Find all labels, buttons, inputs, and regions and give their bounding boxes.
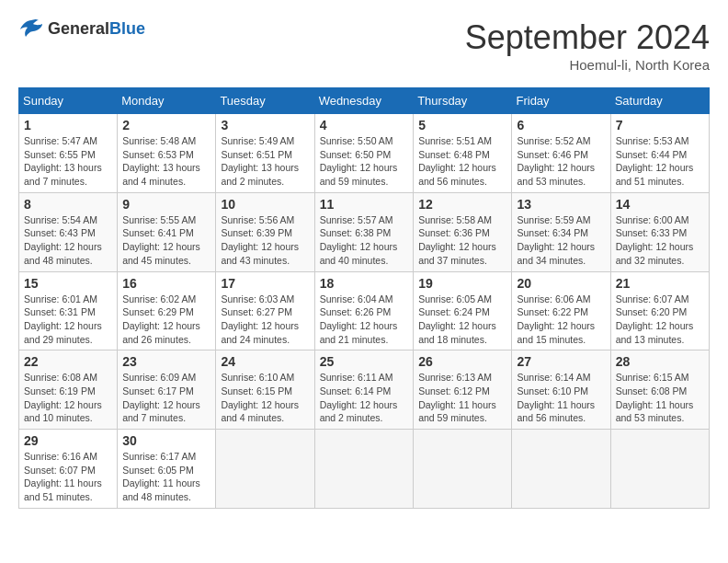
day-cell-18: 18 Sunrise: 6:04 AMSunset: 6:26 PMDaylig… <box>314 271 414 350</box>
day-cell-11: 11 Sunrise: 5:57 AMSunset: 6:38 PMDaylig… <box>314 192 414 271</box>
day-cell-empty-3 <box>414 430 512 509</box>
day-cell-empty-5 <box>610 430 709 509</box>
logo-blue: Blue <box>109 19 145 38</box>
day-cell-7: 7 Sunrise: 5:53 AMSunset: 6:44 PMDayligh… <box>610 114 709 193</box>
title-block: September 2024 Hoemul-li, North Korea <box>465 18 710 73</box>
day-cell-10: 10 Sunrise: 5:56 AMSunset: 6:39 PMDaylig… <box>216 192 314 271</box>
day-cell-14: 14 Sunrise: 6:00 AMSunset: 6:33 PMDaylig… <box>610 192 709 271</box>
day-cell-16: 16 Sunrise: 6:02 AMSunset: 6:29 PMDaylig… <box>118 271 216 350</box>
day-cell-25: 25 Sunrise: 6:11 AMSunset: 6:14 PMDaylig… <box>314 350 414 430</box>
header-tuesday: Tuesday <box>216 88 314 114</box>
day-cell-9: 9 Sunrise: 5:55 AMSunset: 6:41 PMDayligh… <box>118 192 216 271</box>
table-row: 1 Sunrise: 5:47 AMSunset: 6:55 PMDayligh… <box>19 114 710 193</box>
day-cell-17: 17 Sunrise: 6:03 AMSunset: 6:27 PMDaylig… <box>216 271 314 350</box>
logo-bird-icon <box>18 18 44 39</box>
day-cell-empty-2 <box>314 430 414 509</box>
day-cell-13: 13 Sunrise: 5:59 AMSunset: 6:34 PMDaylig… <box>512 192 610 271</box>
day-cell-27: 27 Sunrise: 6:14 AMSunset: 6:10 PMDaylig… <box>512 350 610 430</box>
day-cell-12: 12 Sunrise: 5:58 AMSunset: 6:36 PMDaylig… <box>414 192 512 271</box>
header-sunday: Sunday <box>19 88 118 114</box>
day-cell-29: 29 Sunrise: 6:16 AMSunset: 6:07 PMDaylig… <box>19 430 118 509</box>
month-title: September 2024 <box>465 18 710 57</box>
day-cell-8: 8 Sunrise: 5:54 AMSunset: 6:43 PMDayligh… <box>19 192 118 271</box>
day-cell-2: 2 Sunrise: 5:48 AMSunset: 6:53 PMDayligh… <box>118 114 216 193</box>
header-saturday: Saturday <box>610 88 709 114</box>
day-cell-3: 3 Sunrise: 5:49 AMSunset: 6:51 PMDayligh… <box>216 114 314 193</box>
logo: GeneralBlue <box>18 18 145 39</box>
header-friday: Friday <box>512 88 610 114</box>
day-cell-24: 24 Sunrise: 6:10 AMSunset: 6:15 PMDaylig… <box>216 350 314 430</box>
day-cell-4: 4 Sunrise: 5:50 AMSunset: 6:50 PMDayligh… <box>314 114 414 193</box>
page-header: GeneralBlue September 2024 Hoemul-li, No… <box>18 18 710 73</box>
header-thursday: Thursday <box>414 88 512 114</box>
calendar-header-row: Sunday Monday Tuesday Wednesday Thursday… <box>19 88 710 114</box>
table-row: 8 Sunrise: 5:54 AMSunset: 6:43 PMDayligh… <box>19 192 710 271</box>
table-row: 15 Sunrise: 6:01 AMSunset: 6:31 PMDaylig… <box>19 271 710 350</box>
day-cell-28: 28 Sunrise: 6:15 AMSunset: 6:08 PMDaylig… <box>610 350 709 430</box>
day-cell-26: 26 Sunrise: 6:13 AMSunset: 6:12 PMDaylig… <box>414 350 512 430</box>
logo-general: General <box>48 19 109 38</box>
header-monday: Monday <box>118 88 216 114</box>
day-cell-19: 19 Sunrise: 6:05 AMSunset: 6:24 PMDaylig… <box>414 271 512 350</box>
day-cell-empty-1 <box>216 430 314 509</box>
day-cell-6: 6 Sunrise: 5:52 AMSunset: 6:46 PMDayligh… <box>512 114 610 193</box>
day-cell-23: 23 Sunrise: 6:09 AMSunset: 6:17 PMDaylig… <box>118 350 216 430</box>
day-cell-30: 30 Sunrise: 6:17 AMSunset: 6:05 PMDaylig… <box>118 430 216 509</box>
day-cell-21: 21 Sunrise: 6:07 AMSunset: 6:20 PMDaylig… <box>610 271 709 350</box>
day-cell-1: 1 Sunrise: 5:47 AMSunset: 6:55 PMDayligh… <box>19 114 118 193</box>
location-subtitle: Hoemul-li, North Korea <box>465 57 710 73</box>
calendar-table: Sunday Monday Tuesday Wednesday Thursday… <box>18 87 710 509</box>
day-cell-5: 5 Sunrise: 5:51 AMSunset: 6:48 PMDayligh… <box>414 114 512 193</box>
day-cell-20: 20 Sunrise: 6:06 AMSunset: 6:22 PMDaylig… <box>512 271 610 350</box>
day-cell-22: 22 Sunrise: 6:08 AMSunset: 6:19 PMDaylig… <box>19 350 118 430</box>
day-cell-15: 15 Sunrise: 6:01 AMSunset: 6:31 PMDaylig… <box>19 271 118 350</box>
table-row: 22 Sunrise: 6:08 AMSunset: 6:19 PMDaylig… <box>19 350 710 430</box>
header-wednesday: Wednesday <box>314 88 414 114</box>
table-row: 29 Sunrise: 6:16 AMSunset: 6:07 PMDaylig… <box>19 430 710 509</box>
day-cell-empty-4 <box>512 430 610 509</box>
logo-text: GeneralBlue <box>48 19 145 39</box>
